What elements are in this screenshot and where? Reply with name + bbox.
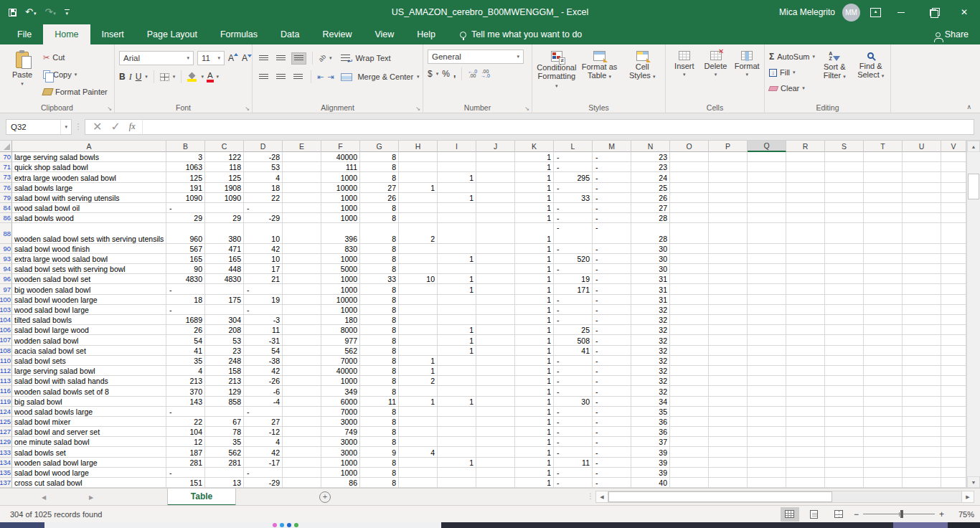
- cell-B70[interactable]: 3: [166, 152, 205, 162]
- number-format-dropdown-icon[interactable]: ▾: [517, 54, 519, 60]
- cell-Q76[interactable]: [748, 183, 786, 193]
- cell-L94[interactable]: -: [554, 264, 593, 274]
- cell-A135[interactable]: salad bowl wood large: [12, 468, 166, 478]
- cell-F70[interactable]: 40000: [321, 152, 360, 162]
- column-header-U[interactable]: U: [903, 141, 941, 152]
- cell-L97[interactable]: 171: [554, 284, 593, 294]
- cell-U135[interactable]: [903, 468, 941, 478]
- cell-M71[interactable]: -: [593, 162, 631, 172]
- cell-B97[interactable]: -: [166, 284, 205, 294]
- cell-K125[interactable]: 1: [515, 417, 554, 427]
- cell-V113[interactable]: [941, 376, 966, 386]
- cell-E108[interactable]: [283, 346, 321, 356]
- cell-Q133[interactable]: [748, 447, 786, 457]
- cell-N107[interactable]: 32: [631, 335, 670, 345]
- cell-C124[interactable]: [205, 407, 244, 417]
- horizontal-scrollbar[interactable]: ◀ ▶: [595, 491, 974, 503]
- cell-O124[interactable]: [670, 407, 709, 417]
- cell-Q86[interactable]: [748, 213, 786, 223]
- cell-C100[interactable]: 175: [205, 295, 244, 305]
- cell-P124[interactable]: [709, 407, 748, 417]
- cell-B116[interactable]: 370: [166, 386, 205, 396]
- cell-S103[interactable]: [825, 305, 864, 315]
- column-header-I[interactable]: I: [438, 141, 476, 152]
- cell-L76[interactable]: -: [554, 183, 593, 193]
- cell-V97[interactable]: [941, 284, 966, 294]
- close-button[interactable]: ✕: [948, 0, 980, 24]
- cell-M93[interactable]: -: [593, 254, 631, 264]
- row-header-119[interactable]: 119: [0, 397, 12, 407]
- cell-J134[interactable]: [476, 458, 515, 468]
- cell-V90[interactable]: [941, 244, 966, 254]
- accounting-format-button[interactable]: $: [428, 69, 433, 79]
- cell-G79[interactable]: 26: [360, 193, 399, 203]
- cell-J88[interactable]: [476, 223, 515, 243]
- cell-J93[interactable]: [476, 254, 515, 264]
- cell-I119[interactable]: 1: [438, 397, 476, 407]
- cell-I110[interactable]: [438, 356, 476, 366]
- cell-B79[interactable]: 1090: [166, 193, 205, 203]
- cell-D79[interactable]: 22: [244, 193, 283, 203]
- cell-Q124[interactable]: [748, 407, 786, 417]
- cell-I133[interactable]: [438, 447, 476, 457]
- cell-F86[interactable]: 1000: [321, 213, 360, 223]
- column-header-M[interactable]: M: [593, 141, 631, 152]
- borders-icon[interactable]: [160, 73, 169, 81]
- cell-E110[interactable]: [283, 356, 321, 366]
- row-header-125[interactable]: 125: [0, 417, 12, 427]
- cell-G70[interactable]: 8: [360, 152, 399, 162]
- cell-P112[interactable]: [709, 366, 748, 376]
- cell-O100[interactable]: [670, 295, 709, 305]
- cell-V71[interactable]: [941, 162, 966, 172]
- cell-E116[interactable]: [283, 386, 321, 396]
- cell-U70[interactable]: [903, 152, 941, 162]
- avatar[interactable]: MM: [842, 4, 860, 22]
- row-header-84[interactable]: 84: [0, 203, 12, 213]
- cell-G116[interactable]: 8: [360, 386, 399, 396]
- cell-S112[interactable]: [825, 366, 864, 376]
- cell-C97[interactable]: [205, 284, 244, 294]
- cell-O104[interactable]: [670, 315, 709, 325]
- cell-K116[interactable]: 1: [515, 386, 554, 396]
- cell-G76[interactable]: 27: [360, 183, 399, 193]
- cell-L93[interactable]: 520: [554, 254, 593, 264]
- cell-T112[interactable]: [864, 366, 903, 376]
- cell-L86[interactable]: -: [554, 213, 593, 223]
- column-header-D[interactable]: D: [244, 141, 283, 152]
- cell-D113[interactable]: -26: [244, 376, 283, 386]
- cell-E88[interactable]: [283, 223, 321, 243]
- cell-N129[interactable]: 37: [631, 437, 670, 447]
- cell-P86[interactable]: [709, 213, 748, 223]
- cell-D73[interactable]: 4: [244, 172, 283, 182]
- cell-P134[interactable]: [709, 458, 748, 468]
- paste-button[interactable]: Paste ▾: [4, 47, 40, 101]
- column-header-R[interactable]: R: [786, 141, 825, 152]
- row-header-90[interactable]: 90: [0, 244, 12, 254]
- row-header-76[interactable]: 76: [0, 183, 12, 193]
- cell-B104[interactable]: 1689: [166, 315, 205, 325]
- cell-S104[interactable]: [825, 315, 864, 325]
- cell-O113[interactable]: [670, 376, 709, 386]
- cell-Q90[interactable]: [748, 244, 786, 254]
- cell-A79[interactable]: salad bowl with serving utensils: [12, 193, 166, 203]
- cell-Q116[interactable]: [748, 386, 786, 396]
- cell-U134[interactable]: [903, 458, 941, 468]
- collapse-ribbon-icon[interactable]: ∧: [966, 103, 971, 110]
- cell-J86[interactable]: [476, 213, 515, 223]
- cell-I108[interactable]: 1: [438, 346, 476, 356]
- cell-S71[interactable]: [825, 162, 864, 172]
- cell-D103[interactable]: -: [244, 305, 283, 315]
- cell-S84[interactable]: [825, 203, 864, 213]
- cell-P135[interactable]: [709, 468, 748, 478]
- cell-U71[interactable]: [903, 162, 941, 172]
- cell-V127[interactable]: [941, 427, 966, 437]
- cell-F116[interactable]: 349: [321, 386, 360, 396]
- cell-R86[interactable]: [786, 213, 825, 223]
- cell-S94[interactable]: [825, 264, 864, 274]
- cell-F79[interactable]: 1000: [321, 193, 360, 203]
- paste-dropdown-icon[interactable]: ▾: [21, 81, 24, 87]
- confirm-entry-icon[interactable]: ✓: [110, 120, 120, 133]
- cell-B90[interactable]: 567: [166, 244, 205, 254]
- cell-L96[interactable]: 19: [554, 274, 593, 284]
- cell-V96[interactable]: [941, 274, 966, 284]
